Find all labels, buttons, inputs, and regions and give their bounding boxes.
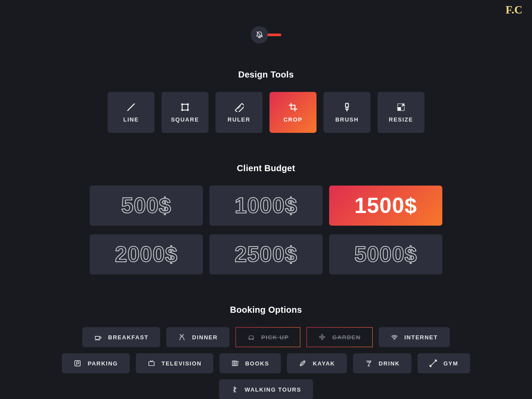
booking-chips: BREAKFASTDINNERPICK UPGARDENINTERNETPARK… <box>46 327 486 399</box>
chip-label: BREAKFAST <box>108 334 148 341</box>
budget-amount: 1000$ <box>235 193 297 218</box>
chip-label: PARKING <box>88 360 118 367</box>
tool-label: CROP <box>283 116 303 123</box>
bell-indicator <box>251 26 281 44</box>
budget-2000[interactable]: 2000$ <box>90 234 203 274</box>
drink-icon <box>365 359 373 367</box>
budget-1500[interactable]: 1500$ <box>329 186 442 226</box>
client-budget-title: Client Budget <box>237 163 295 173</box>
chip-television[interactable]: TELEVISION <box>136 353 213 373</box>
budget-2500[interactable]: 2500$ <box>209 234 323 274</box>
chip-label: KAYAK <box>313 360 335 367</box>
walking-icon <box>231 385 239 393</box>
chip-drink[interactable]: DRINK <box>353 353 412 373</box>
tool-square[interactable]: SQUARE <box>162 92 209 133</box>
parking-icon <box>74 359 81 367</box>
chip-label: DINNER <box>192 334 218 341</box>
books-icon <box>231 359 239 367</box>
ruler-icon <box>234 102 244 112</box>
gym-icon <box>429 359 437 367</box>
budget-amount: 500$ <box>121 193 171 218</box>
budget-amount: 1500$ <box>354 193 417 218</box>
coffee-icon <box>94 333 102 341</box>
chip-walking-tours[interactable]: WALKING TOURS <box>219 379 313 399</box>
tool-label: LINE <box>123 116 139 123</box>
chip-internet[interactable]: INTERNET <box>379 327 450 347</box>
budget-5000[interactable]: 5000$ <box>329 234 442 274</box>
tv-icon <box>148 359 155 367</box>
budgets-grid: 500$1000$1500$2000$2500$5000$ <box>90 186 442 274</box>
chip-kayak[interactable]: KAYAK <box>287 353 347 373</box>
chip-label: GYM <box>443 360 458 367</box>
bell-icon <box>251 26 268 44</box>
design-tools-row: LINESQUARERULERCROPBRUSHRESIZE <box>108 92 424 133</box>
chip-label: DRINK <box>379 360 400 367</box>
resize-icon <box>396 102 406 112</box>
tool-line[interactable]: LINE <box>108 92 155 133</box>
chip-label: WALKING TOURS <box>245 386 301 393</box>
chip-dinner[interactable]: DINNER <box>166 327 229 347</box>
chip-label: TELEVISION <box>162 360 202 367</box>
chip-breakfast[interactable]: BREAKFAST <box>82 327 160 347</box>
budget-amount: 2500$ <box>235 242 297 267</box>
tool-label: RESIZE <box>389 116 413 123</box>
tool-label: RULER <box>228 116 250 123</box>
budget-amount: 2000$ <box>115 242 178 267</box>
chip-parking[interactable]: PARKING <box>62 353 129 373</box>
square-icon <box>180 102 190 112</box>
chip-label: GARDEN <box>332 334 360 341</box>
tool-resize[interactable]: RESIZE <box>377 92 424 133</box>
indicator-bar <box>267 34 281 36</box>
tool-brush[interactable]: BRUSH <box>323 92 370 133</box>
tool-ruler[interactable]: RULER <box>215 92 263 133</box>
chip-label: INTERNET <box>404 334 438 341</box>
brush-icon <box>342 102 352 112</box>
chip-label: PICK UP <box>261 334 289 341</box>
utensils-icon <box>178 333 186 341</box>
wifi-icon <box>391 333 398 341</box>
budget-amount: 5000$ <box>354 242 417 267</box>
chip-pick-up: PICK UP <box>236 327 300 347</box>
tool-label: SQUARE <box>171 116 199 123</box>
flower-icon <box>318 333 326 341</box>
car-icon <box>247 333 255 341</box>
budget-500[interactable]: 500$ <box>90 186 203 226</box>
design-tools-title: Design Tools <box>238 70 294 80</box>
crop-icon <box>288 102 298 112</box>
brand-logo: F.C <box>505 3 522 17</box>
chip-garden: GARDEN <box>306 327 372 347</box>
tool-label: BRUSH <box>335 116 359 123</box>
booking-options-title: Booking Options <box>230 305 302 315</box>
chip-label: BOOKS <box>245 360 269 367</box>
budget-1000[interactable]: 1000$ <box>209 186 323 226</box>
tool-crop[interactable]: CROP <box>269 92 317 133</box>
line-icon <box>126 102 136 112</box>
chip-gym[interactable]: GYM <box>418 353 470 373</box>
kayak-icon <box>299 359 306 367</box>
chip-books[interactable]: BOOKS <box>219 353 281 373</box>
